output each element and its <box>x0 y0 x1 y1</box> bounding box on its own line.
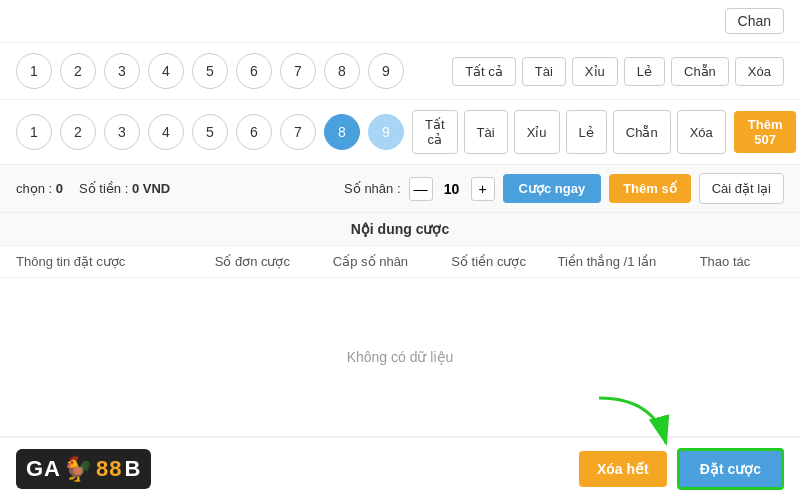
chan-button[interactable]: Chan <box>725 8 784 34</box>
dat-cuoc-button[interactable]: Đặt cược <box>677 448 784 490</box>
bottom-bar: GA 🐓 88 B Xóa hết Đặt cược <box>0 436 800 500</box>
num-row2-5[interactable]: 5 <box>192 114 228 150</box>
row1-tat-ca[interactable]: Tất cả <box>452 57 516 86</box>
so-nhan-label: Số nhân : <box>344 181 400 196</box>
so-nhan-plus[interactable]: + <box>471 177 495 201</box>
col-tien-thang: Tiền thắng /1 lần <box>548 254 666 269</box>
num-row1-5[interactable]: 5 <box>192 53 228 89</box>
row2-tai[interactable]: Tài <box>464 110 508 154</box>
main-container: Chan 1 2 3 4 5 6 7 8 9 Tất cả Tài Xỉu Lẻ… <box>0 0 800 500</box>
number-row-2: 1 2 3 4 5 6 7 8 9 Tất cả Tài Xỉu Lẻ Chẵn… <box>0 100 800 165</box>
num-row2-8[interactable]: 8 <box>324 114 360 150</box>
cai-dat-lai-button[interactable]: Cài đặt lại <box>699 173 784 204</box>
num-row2-7[interactable]: 7 <box>280 114 316 150</box>
noi-dung-section: Nội dung cược Thông tin đặt cược Số đơn … <box>0 213 800 436</box>
number-row-1: 1 2 3 4 5 6 7 8 9 Tất cả Tài Xỉu Lẻ Chẵn… <box>0 43 800 100</box>
row2-xoa[interactable]: Xóa <box>677 110 726 154</box>
xoa-het-button[interactable]: Xóa hết <box>579 451 667 487</box>
so-nhan-minus[interactable]: — <box>409 177 433 201</box>
number-row-1-left: 1 2 3 4 5 6 7 8 9 <box>16 53 444 89</box>
num-row2-4[interactable]: 4 <box>148 114 184 150</box>
so-tien-label: Số tiền : 0 VND <box>79 181 170 196</box>
num-row1-4[interactable]: 4 <box>148 53 184 89</box>
col-so-tien: Số tiền cược <box>430 254 548 269</box>
logo-88: 88 <box>96 456 122 482</box>
chon-label: chọn : 0 <box>16 181 63 196</box>
top-header: Chan <box>0 0 800 43</box>
bottom-right: Xóa hết Đặt cược <box>579 448 784 490</box>
row2-tat-ca[interactable]: Tất cả <box>412 110 458 154</box>
num-row2-1[interactable]: 1 <box>16 114 52 150</box>
row2-xiu[interactable]: Xỉu <box>514 110 560 154</box>
them-so-button[interactable]: Thêm số <box>609 174 691 203</box>
num-row1-9[interactable]: 9 <box>368 53 404 89</box>
logo-chicken-icon: 🐓 <box>63 455 94 483</box>
so-nhan-controls: — 10 + <box>409 177 495 201</box>
table-body: Không có dữ liệu <box>0 278 800 436</box>
num-row1-8[interactable]: 8 <box>324 53 360 89</box>
num-row1-3[interactable]: 3 <box>104 53 140 89</box>
row2-le[interactable]: Lẻ <box>566 110 607 154</box>
row2-action-btns: Tất cả Tài Xỉu Lẻ Chẵn Xóa <box>412 110 726 154</box>
row1-le[interactable]: Lẻ <box>624 57 665 86</box>
num-row2-3[interactable]: 3 <box>104 114 140 150</box>
controls-left: chọn : 0 Số tiền : 0 VND <box>16 181 170 196</box>
noi-dung-header: Nội dung cược <box>0 213 800 246</box>
table-header: Thông tin đặt cược Số đơn cược Cấp số nh… <box>0 246 800 278</box>
controls-right: Số nhân : — 10 + Cược ngay Thêm số Cài đ… <box>344 173 784 204</box>
logo-ga: GA <box>26 456 61 482</box>
row1-chan[interactable]: Chẵn <box>671 57 729 86</box>
row2-chan[interactable]: Chẵn <box>613 110 671 154</box>
empty-label: Không có dữ liệu <box>347 349 454 365</box>
cuoc-ngay-button[interactable]: Cược ngay <box>503 174 602 203</box>
col-so-don: Số đơn cược <box>193 254 311 269</box>
row1-xoa[interactable]: Xóa <box>735 57 784 86</box>
logo-area: GA 🐓 88 B <box>16 449 151 489</box>
col-thong-tin: Thông tin đặt cược <box>16 254 193 269</box>
num-row1-6[interactable]: 6 <box>236 53 272 89</box>
num-row2-2[interactable]: 2 <box>60 114 96 150</box>
controls-row: chọn : 0 Số tiền : 0 VND Số nhân : — 10 … <box>0 165 800 213</box>
num-row1-7[interactable]: 7 <box>280 53 316 89</box>
logo-b: B <box>124 456 141 482</box>
col-thao-tac: Thao tác <box>666 254 784 269</box>
num-row2-6[interactable]: 6 <box>236 114 272 150</box>
number-row-2-left: 1 2 3 4 5 6 7 8 9 <box>16 114 404 150</box>
so-nhan-value: 10 <box>437 181 467 197</box>
num-row1-1[interactable]: 1 <box>16 53 52 89</box>
logo-box: GA 🐓 88 B <box>16 449 151 489</box>
col-cap-so: Cấp số nhân <box>311 254 429 269</box>
row1-tai[interactable]: Tài <box>522 57 566 86</box>
num-row1-2[interactable]: 2 <box>60 53 96 89</box>
them-507-button[interactable]: Thêm 507 <box>734 111 797 153</box>
row1-action-btns: Tất cả Tài Xỉu Lẻ Chẵn Xóa <box>452 57 784 86</box>
num-row2-9[interactable]: 9 <box>368 114 404 150</box>
row1-xiu[interactable]: Xỉu <box>572 57 618 86</box>
